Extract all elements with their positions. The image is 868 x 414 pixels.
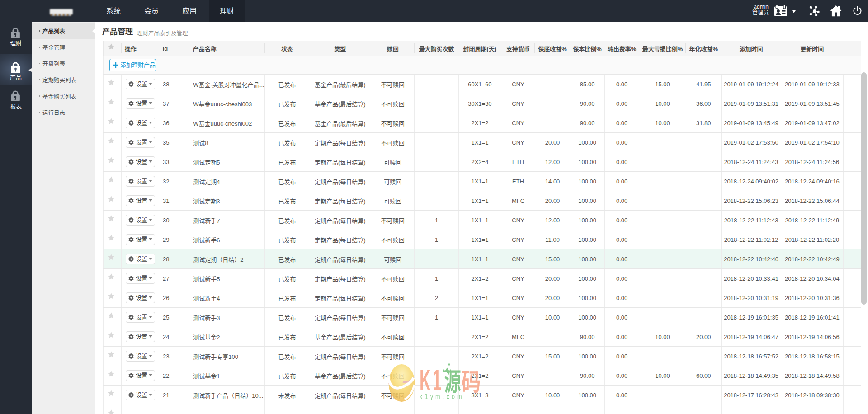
svg-text:k1ym.com: k1ym.com	[420, 392, 464, 400]
svg-text:码: 码	[462, 368, 481, 395]
